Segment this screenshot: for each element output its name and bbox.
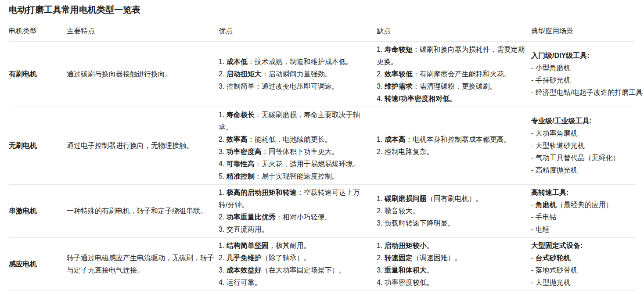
bold-term: 寿命极长 <box>227 111 255 118</box>
text-segment: 2. <box>219 136 227 143</box>
cell-main-features: 一种特殊的有刷电机，转子和定子绕组串联。 <box>67 185 219 238</box>
bold-term: 成本高 <box>385 136 406 143</box>
text-segment: 4. 运行可靠。 <box>219 279 262 286</box>
text-segment: - 落地式砂带机 <box>531 266 578 274</box>
cell-main-features: 转子通过电磁感应产生电流驱动，无碳刷，转子与定子无直接电气连接。 <box>67 238 219 291</box>
text-segment: （调速困难）。 <box>413 254 462 262</box>
applications-item: - 电锤 <box>531 223 635 236</box>
cons-item: 2. 噪音较大。 <box>377 205 526 217</box>
text-segment: - 高精度抛光机 <box>531 166 578 174</box>
bold-term: 几乎免维护 <box>227 254 262 262</box>
column-header-pros: 优点 <box>219 26 377 42</box>
text-segment: - 电锤 <box>531 226 550 233</box>
text-segment: 4. <box>219 160 227 168</box>
cons-item: 1. 碳刷磨损问题（同有刷电机）。 <box>377 193 526 205</box>
bold-term: 台式砂轮机 <box>536 254 571 262</box>
text-segment: （除了轴承）。 <box>262 254 311 262</box>
text-segment: 1. <box>377 195 385 202</box>
text-segment: 1. <box>219 189 227 196</box>
applications-item: - 台式砂轮机 <box>531 252 635 264</box>
cell-cons-list: 1. 寿命较短：碳刷和换向器为损耗件，需要定期更换。2. 效率较低：有刷摩擦会产… <box>377 42 531 107</box>
text-segment: ：启动瞬间力量强劲。 <box>262 70 332 78</box>
pros-item: 1. 寿命极长：无碳刷磨损，寿命主要取决于轴承。 <box>219 109 363 133</box>
text-segment: - 气动工具替代品（无绳化） <box>531 154 620 161</box>
text-segment: 2. 噪音较大。 <box>377 207 420 215</box>
text-segment: - 手持砂光机 <box>531 76 571 84</box>
pros-item: 1. 结构简单坚固，极其耐用。 <box>219 240 363 252</box>
cons-item: 3. 维护需求：需清理碳粉，更换碳刷。 <box>377 80 526 93</box>
text-segment: 1. <box>377 46 385 53</box>
text-segment: 5. <box>219 172 227 180</box>
text-segment: - 大功率角磨机 <box>531 129 578 137</box>
applications-item: - 经济型电钻/电起子改造的打磨工具 <box>531 86 635 99</box>
pros-item: 3. 控制简单：通过改变电压即可调速。 <box>219 80 363 93</box>
bold-term: 角磨机 <box>536 201 557 208</box>
bold-term: 功率密度高 <box>227 148 262 155</box>
text-segment: 4. <box>377 95 385 102</box>
text-segment: 1. <box>377 136 385 143</box>
applications-item: - 大功率角磨机 <box>531 127 635 140</box>
text-segment: - 小型角磨机 <box>531 64 571 72</box>
bold-term: 重量和体积大 <box>385 266 427 274</box>
text-segment: - <box>531 254 536 262</box>
text-segment: （在大功率固定场景下）。 <box>262 266 346 274</box>
cons-item: 2. 转速固定（调速困难）。 <box>377 252 526 264</box>
cell-applications: 入门级/DIY级工具:- 小型角磨机- 手持砂光机- 经济型电钻/电起子改造的打… <box>531 42 635 107</box>
applications-item: - 手持砂光机 <box>531 74 635 86</box>
text-segment: ：需清理碳粉，更换碳刷。 <box>413 82 497 90</box>
bold-term: 转速固定 <box>385 254 413 262</box>
cell-cons-list: 1. 碳刷磨损问题（同有刷电机）。2. 噪音较大。3. 负载时转速下降明显。 <box>377 185 531 238</box>
applications-item: - 大型轨道砂光机 <box>531 140 635 152</box>
text-segment: ：电机本身和控制器成本都更高。 <box>406 136 511 143</box>
text-segment: 3. <box>219 266 227 274</box>
text-segment: （同有刷电机）。 <box>427 195 483 202</box>
applications-item: - 手电钻 <box>531 211 635 223</box>
applications-heading: 大型固定式设备: <box>531 240 635 252</box>
table-row: 有刷电机通过碳刷与换向器接触进行换向。1. 成本低：技术成熟，制造和维护成本低。… <box>9 42 635 107</box>
cons-item: 4. 功率密度较低。 <box>377 276 526 289</box>
bold-term: 结构简单坚固 <box>227 242 269 249</box>
text-segment: 1. <box>219 58 227 65</box>
cons-item: 1. 启动扭矩较小。 <box>377 240 526 252</box>
cell-main-features: 通过碳刷与换向器接触进行换向。 <box>67 42 219 107</box>
text-segment: 。 <box>427 242 434 249</box>
bold-term: 可靠性高 <box>227 160 255 168</box>
cell-pros-list: 1. 寿命极长：无碳刷磨损，寿命主要取决于轴承。2. 效率高：能耗低，电池续航更… <box>219 107 377 185</box>
text-segment: 2. 控制电路复杂。 <box>377 148 434 155</box>
text-segment: - 大型抛光机 <box>531 279 571 286</box>
pros-item: 3. 功率密度高：同等体积下功率更大。 <box>219 146 363 158</box>
cons-item: 3. 重量和体积大。 <box>377 264 526 276</box>
table-header-row: 电机类型主要特点优点缺点典型应用场景 <box>9 26 635 42</box>
bold-term: 寿命较短 <box>385 46 413 53</box>
bold-term: 成本低 <box>227 58 248 65</box>
bold-term: 维护需求 <box>385 82 413 90</box>
text-segment: 3. <box>377 82 385 90</box>
cell-applications: 专业级/工业级工具:- 大功率角磨机- 大型轨道砂光机- 气动工具替代品（无绳化… <box>531 107 635 185</box>
bold-term: 极高的启动扭矩和转速 <box>227 189 297 196</box>
cell-motor-type: 串激电机 <box>9 185 67 238</box>
bold-term: 效率高 <box>227 136 248 143</box>
text-segment: 3. 交直流两用。 <box>219 226 269 233</box>
pros-item: 3. 交直流两用。 <box>219 223 363 236</box>
applications-item: - 大型抛光机 <box>531 276 635 289</box>
pros-item: 1. 成本低：技术成熟，制造和维护成本低。 <box>219 56 363 68</box>
text-segment: 3. <box>219 148 227 155</box>
text-segment: 4. 功率密度较低。 <box>377 279 434 286</box>
cons-item: 3. 负载时转速下降明显。 <box>377 217 526 229</box>
cons-item: 2. 控制电路复杂。 <box>377 146 526 158</box>
column-header-applications: 典型应用场景 <box>531 26 635 42</box>
pros-item: 3. 成本效益好（在大功率固定场景下）。 <box>219 264 363 276</box>
text-segment: ：无火花，适用于易燃易爆环境。 <box>255 160 360 168</box>
text-segment: 2. <box>219 213 227 221</box>
cell-cons-list: 1. 启动扭矩较小。2. 转速固定（调速困难）。3. 重量和体积大。4. 功率密… <box>377 238 531 291</box>
text-segment: - <box>531 201 536 208</box>
column-header-type: 电机类型 <box>9 26 67 42</box>
cell-motor-type: 感应电机 <box>9 238 67 291</box>
bold-term: 转速/功率密度相对低 <box>385 95 450 102</box>
bold-term: 专业级/工业级工具 <box>531 117 589 125</box>
bold-term: 入门级/DIY级工具 <box>531 52 587 59</box>
text-segment: - 手电钻 <box>531 213 557 221</box>
text-segment: ：有刷摩擦会产生能耗和火花。 <box>413 70 511 78</box>
text-segment: 3. <box>377 266 385 274</box>
bold-term: 成本效益好 <box>227 266 262 274</box>
